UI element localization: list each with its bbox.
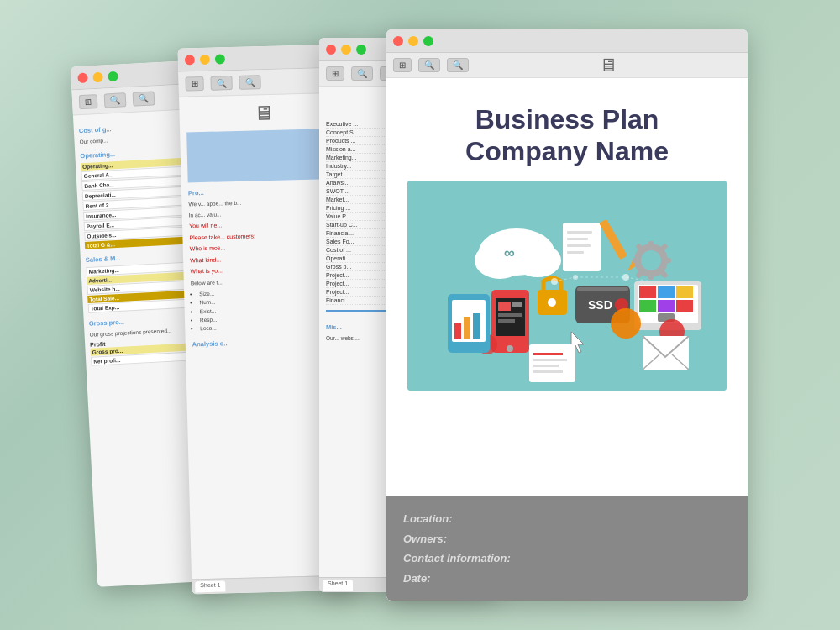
svg-rect-52 [533,359,567,361]
svg-rect-43 [676,300,693,312]
svg-point-45 [611,308,641,339]
svg-rect-57 [454,323,461,339]
monitor-icon-4: 🖥 [599,55,617,76]
view-btn[interactable]: ⊞ [79,94,98,109]
bp-title: Business Plan Company Name [407,103,727,168]
svg-point-14 [641,250,661,270]
toolbar-4: ⊞ 🔍 🔍 🖥 [386,53,748,78]
maximize-icon[interactable] [108,71,118,81]
date-label: Date: [403,572,431,585]
monitor-icon-2: 🖥 [253,102,274,125]
svg-rect-16 [648,271,654,280]
footer-owners: Owners: [403,529,731,549]
close-icon[interactable] [77,72,88,83]
footer-location: Location: [403,509,731,528]
contact-label: Contact Information: [403,552,511,564]
tab-active-2[interactable]: Sheet 1 [195,580,225,592]
svg-point-3 [514,244,561,277]
svg-rect-59 [473,313,480,339]
svg-rect-6 [567,231,592,234]
close-icon-2[interactable] [185,55,195,65]
titlebar-4 [386,29,748,53]
svg-rect-42 [658,300,675,312]
svg-rect-31 [498,319,515,323]
zoom-out-btn-3[interactable]: 🔍 [351,66,373,81]
footer-contact: Contact Information: [403,549,731,568]
svg-rect-41 [639,300,656,312]
minimize-icon-4[interactable] [408,36,418,46]
window-4: ⊞ 🔍 🔍 🖥 Business Plan Company Name [386,29,748,601]
svg-rect-50 [529,344,575,382]
location-label: Location: [403,512,453,525]
minimize-icon[interactable] [92,71,103,82]
svg-rect-17 [633,258,641,263]
zoom-in-btn-2[interactable]: 🔍 [239,75,260,90]
window-4-content: Business Plan Company Name ∞ [386,78,748,601]
bp-illustration: ∞ [407,181,727,391]
bp-cover: Business Plan Company Name ∞ [386,78,748,496]
tab-active-3[interactable]: Sheet 1 [323,580,353,591]
svg-rect-51 [533,353,563,355]
svg-rect-38 [639,286,656,298]
bp-footer: Location: Owners: Contact Information: D… [386,496,748,601]
svg-rect-40 [676,286,693,298]
close-icon-3[interactable] [326,45,336,55]
zoom-out-btn-2[interactable]: 🔍 [210,76,232,91]
svg-rect-18 [663,258,671,263]
bp-title-line1: Business Plan [475,104,659,134]
close-icon-4[interactable] [393,36,403,46]
zoom-out-btn-4[interactable]: 🔍 [418,58,440,72]
zoom-in-btn-4[interactable]: 🔍 [447,58,469,72]
svg-rect-30 [498,313,522,317]
owners-label: Owners: [403,533,447,545]
svg-rect-9 [567,251,584,254]
footer-date: Date: [403,569,731,588]
svg-rect-15 [648,241,654,249]
svg-rect-28 [498,302,511,311]
svg-rect-58 [464,317,470,339]
zoom-out-btn[interactable]: 🔍 [104,92,127,108]
minimize-icon-2[interactable] [200,54,210,64]
svg-rect-35 [577,287,628,291]
svg-rect-54 [533,370,563,373]
maximize-icon-3[interactable] [356,45,366,55]
svg-rect-7 [567,238,588,240]
svg-rect-39 [658,286,675,298]
svg-text:∞: ∞ [504,244,515,261]
view-btn-3[interactable]: ⊞ [326,66,344,81]
svg-point-24 [548,298,556,307]
zoom-in-btn[interactable]: 🔍 [133,91,155,106]
svg-text:SSD: SSD [588,298,612,312]
minimize-icon-3[interactable] [341,45,351,55]
svg-rect-49 [643,336,689,370]
svg-rect-29 [512,302,522,307]
maximize-icon-4[interactable] [423,36,433,46]
view-btn-4[interactable]: ⊞ [393,58,412,72]
svg-point-26 [507,345,513,352]
svg-rect-8 [567,244,591,247]
maximize-icon-2[interactable] [215,54,225,64]
bp-title-line2: Company Name [465,136,669,166]
svg-rect-53 [533,365,559,367]
view-btn-2[interactable]: ⊞ [185,76,203,92]
bp-image-area: ∞ [407,181,727,391]
